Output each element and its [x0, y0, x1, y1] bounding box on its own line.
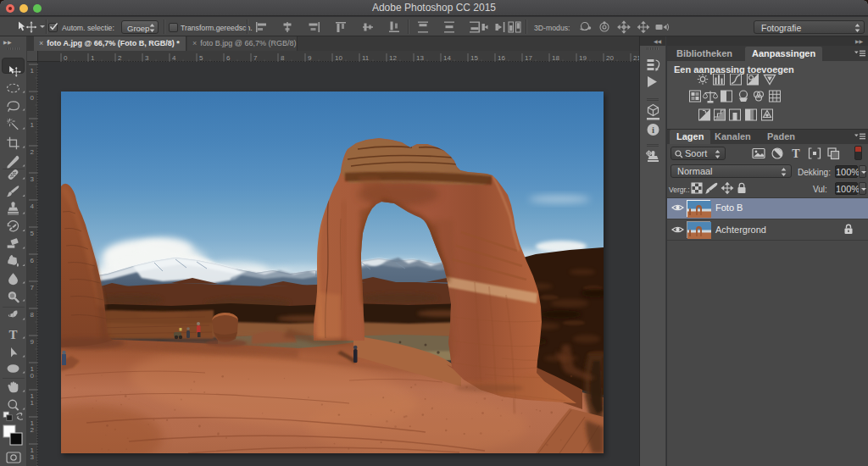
svg-text:5: 5	[31, 230, 35, 237]
svg-text:i: i	[652, 125, 654, 135]
svg-text:2: 2	[31, 426, 35, 434]
svg-text:5: 5	[199, 54, 203, 62]
svg-text:4: 4	[172, 54, 176, 62]
svg-text:1: 1	[31, 121, 35, 129]
svg-text:12: 12	[389, 54, 397, 62]
svg-text:7: 7	[253, 54, 258, 62]
svg-text:14: 14	[443, 54, 451, 62]
svg-text:10: 10	[335, 54, 342, 62]
svg-text:3: 3	[31, 175, 35, 183]
svg-text:8: 8	[281, 54, 285, 62]
svg-text:15: 15	[470, 54, 478, 62]
svg-text:T: T	[792, 147, 800, 160]
svg-text:1: 1	[31, 67, 35, 75]
svg-text:T: T	[8, 328, 17, 341]
svg-text:8: 8	[31, 311, 35, 319]
svg-text:2: 2	[118, 54, 122, 62]
svg-text:9: 9	[31, 338, 35, 346]
svg-text:3: 3	[31, 453, 35, 461]
svg-text:17: 17	[525, 54, 532, 62]
svg-text:1: 1	[91, 54, 95, 62]
svg-text:20: 20	[606, 54, 614, 62]
svg-text:18: 18	[552, 54, 559, 62]
svg-text:0: 0	[31, 94, 35, 102]
svg-text:6: 6	[226, 54, 231, 62]
svg-text:4: 4	[31, 202, 35, 210]
svg-text:0: 0	[64, 54, 68, 62]
svg-text:7: 7	[31, 284, 35, 291]
svg-text:16: 16	[498, 54, 505, 62]
svg-text:19: 19	[579, 54, 587, 62]
svg-text:13: 13	[416, 54, 424, 62]
svg-text:3: 3	[145, 54, 149, 62]
svg-text:1: 1	[31, 399, 35, 407]
svg-text:6: 6	[31, 257, 35, 264]
svg-text:2: 2	[31, 148, 35, 156]
svg-text:9: 9	[308, 54, 312, 62]
svg-text:0: 0	[31, 372, 35, 380]
svg-text:11: 11	[362, 54, 370, 62]
